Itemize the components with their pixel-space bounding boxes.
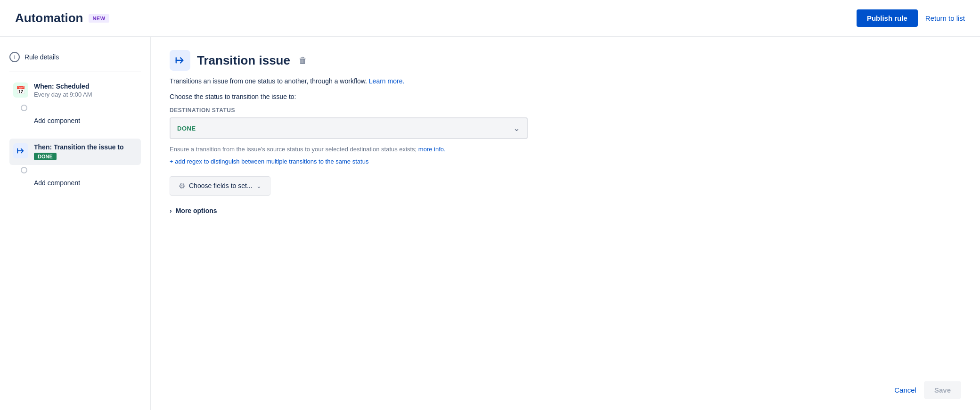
more-options-label: More options bbox=[176, 207, 217, 214]
publish-rule-button[interactable]: Publish rule bbox=[857, 9, 918, 27]
delete-icon[interactable]: 🗑 bbox=[299, 56, 307, 66]
new-badge: NEW bbox=[89, 14, 109, 23]
info-icon: i bbox=[9, 52, 20, 62]
calendar-icon: 📅 bbox=[13, 82, 28, 98]
add-component-2[interactable]: Add component bbox=[9, 175, 141, 190]
connector-2 bbox=[9, 128, 141, 139]
when-item-text: When: Scheduled Every day at 9:00 AM bbox=[34, 82, 137, 98]
app-header: Automation NEW Publish rule Return to li… bbox=[0, 0, 980, 37]
when-item[interactable]: 📅 When: Scheduled Every day at 9:00 AM bbox=[9, 78, 141, 103]
then-item-text: Then: Transition the issue to DONE bbox=[34, 143, 137, 160]
panel-header: Transition issue 🗑 bbox=[170, 50, 961, 71]
then-done-badge: DONE bbox=[34, 153, 57, 160]
sidebar: i Rule details 📅 When: Scheduled Every d… bbox=[0, 37, 151, 410]
right-panel: Transition issue 🗑 Transitions an issue … bbox=[151, 37, 980, 410]
header-right: Publish rule Return to list bbox=[857, 9, 965, 27]
destination-label: Destination status bbox=[170, 107, 961, 114]
return-to-list-link[interactable]: Return to list bbox=[925, 14, 965, 22]
then-title: Then: Transition the issue to bbox=[34, 143, 137, 151]
header-left: Automation NEW bbox=[15, 11, 109, 25]
connector-1 bbox=[9, 103, 141, 113]
rule-details-item[interactable]: i Rule details bbox=[9, 48, 141, 66]
transition-icon bbox=[13, 143, 28, 158]
ensure-text: Ensure a transition from the issue's sou… bbox=[170, 145, 961, 154]
panel-title: Transition issue bbox=[197, 53, 290, 68]
regex-link[interactable]: + add regex to distinguish between multi… bbox=[170, 158, 961, 165]
save-button[interactable]: Save bbox=[924, 381, 961, 399]
add-component-2-label: Add component bbox=[34, 179, 80, 187]
panel-icon bbox=[170, 50, 190, 71]
connector-dot-1 bbox=[21, 105, 27, 111]
add-component-1-label: Add component bbox=[34, 117, 80, 124]
chevron-down-icon: ⌄ bbox=[513, 123, 520, 133]
when-title: When: Scheduled bbox=[34, 82, 137, 90]
then-item[interactable]: Then: Transition the issue to DONE bbox=[9, 139, 141, 165]
panel-description: Transitions an issue from one status to … bbox=[170, 76, 961, 86]
dropdown-arrow-icon: ⌄ bbox=[256, 182, 261, 189]
choose-status-text: Choose the status to transition the issu… bbox=[170, 93, 961, 100]
choose-fields-button[interactable]: ⚙ Choose fields to set... ⌄ bbox=[170, 176, 270, 196]
selected-status: DONE bbox=[177, 125, 196, 132]
when-subtitle: Every day at 9:00 AM bbox=[34, 91, 137, 98]
sidebar-divider bbox=[9, 72, 141, 72]
add-component-1[interactable]: Add component bbox=[9, 113, 141, 128]
learn-more-link[interactable]: Learn more. bbox=[369, 77, 404, 85]
choose-fields-label: Choose fields to set... bbox=[189, 182, 253, 189]
connector-3 bbox=[9, 165, 141, 175]
main-content: i Rule details 📅 When: Scheduled Every d… bbox=[0, 37, 980, 410]
panel-footer: Cancel Save bbox=[894, 381, 961, 399]
chevron-right-icon: › bbox=[170, 207, 172, 214]
cancel-button[interactable]: Cancel bbox=[894, 386, 916, 394]
workflow-section: 📅 When: Scheduled Every day at 9:00 AM A… bbox=[9, 78, 141, 190]
more-options-section[interactable]: › More options bbox=[170, 207, 961, 214]
app-title: Automation bbox=[15, 11, 83, 25]
rule-details-label: Rule details bbox=[24, 53, 59, 61]
more-info-link[interactable]: more info. bbox=[418, 146, 446, 153]
connector-dot-3 bbox=[21, 167, 27, 173]
gear-icon: ⚙ bbox=[179, 181, 185, 190]
status-dropdown[interactable]: DONE ⌄ bbox=[170, 117, 528, 139]
